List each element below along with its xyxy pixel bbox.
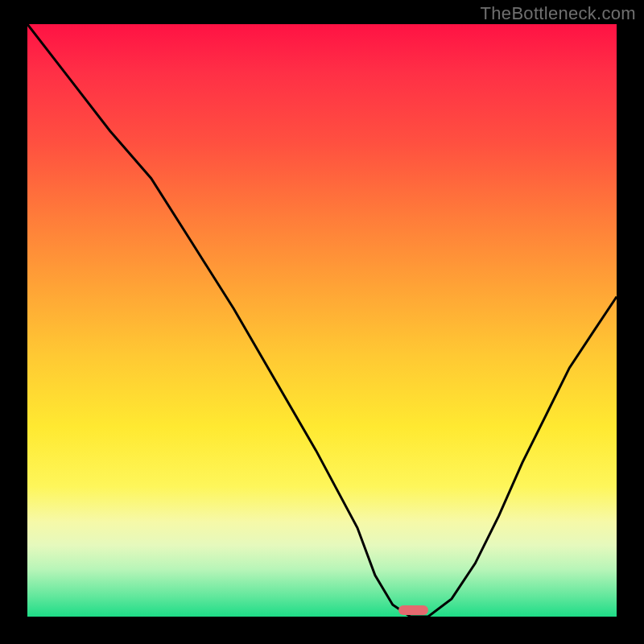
watermark-text: TheBottleneck.com <box>481 3 636 24</box>
curve-svg <box>27 24 617 617</box>
bottleneck-curve <box>27 24 617 617</box>
plot-area <box>27 24 617 617</box>
optimal-marker <box>398 605 428 615</box>
chart-frame: TheBottleneck.com <box>0 0 644 644</box>
